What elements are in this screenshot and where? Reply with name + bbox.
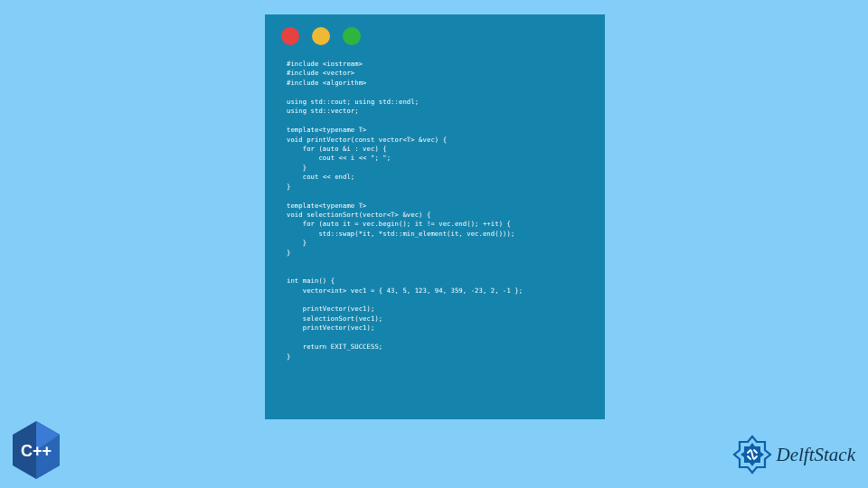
- delftstack-logo-icon: [731, 434, 773, 475]
- cpp-badge-text: C++: [21, 442, 52, 460]
- cpp-logo: C++: [9, 419, 63, 481]
- minimize-dot: [312, 27, 330, 45]
- delftstack-text: DelftStack: [777, 444, 855, 466]
- traffic-lights: [278, 27, 592, 45]
- close-dot: [281, 27, 299, 45]
- delftstack-brand: DelftStack: [731, 434, 855, 475]
- code-block: #include <iostream> #include <vector> #i…: [278, 60, 592, 361]
- code-window: #include <iostream> #include <vector> #i…: [265, 14, 605, 419]
- maximize-dot: [343, 27, 361, 45]
